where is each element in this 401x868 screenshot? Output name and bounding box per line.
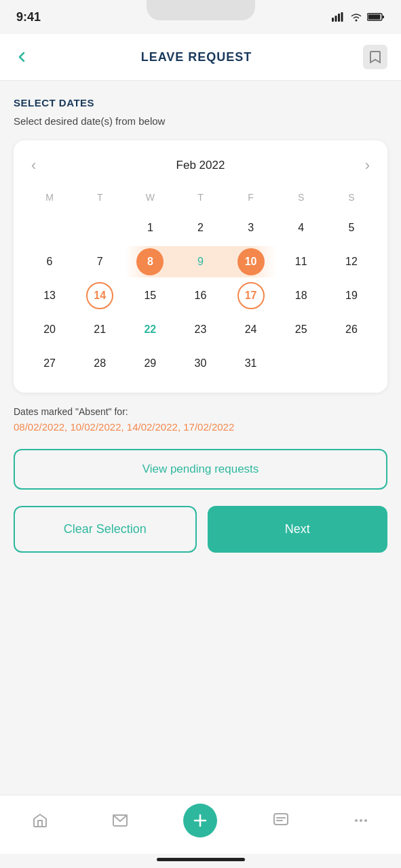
cal-day-26[interactable]: 26 [326,314,377,345]
svg-rect-3 [341,12,343,22]
svg-rect-11 [274,814,288,825]
cal-day-31[interactable]: 31 [226,348,276,379]
nav-home[interactable] [23,804,57,837]
svg-point-14 [355,819,358,822]
cal-day-11[interactable]: 11 [276,246,326,277]
clear-selection-button[interactable]: Clear Selection [14,506,197,553]
status-icons [332,12,385,22]
calendar-prev-button[interactable]: ‹ [24,154,43,177]
svg-point-4 [356,20,358,22]
signal-icon [332,12,345,22]
cal-day-29[interactable]: 29 [125,348,175,379]
header: LEAVE REQUEST [0,34,401,81]
view-pending-button[interactable]: View pending requests [14,449,387,490]
cal-day-7[interactable]: 7 [75,246,125,277]
cal-empty-1 [24,212,75,243]
day-header-tue: T [75,189,125,210]
day-header-thu: T [175,189,225,210]
cal-day-2[interactable]: 2 [175,212,225,243]
cal-day-17[interactable]: 17 [226,280,276,311]
wifi-icon [349,12,363,22]
cal-day-9[interactable]: 9 [175,246,225,277]
cal-day-23[interactable]: 23 [175,314,225,345]
calendar-month-year: Feb 2022 [176,159,225,172]
nav-plus[interactable] [183,804,217,837]
cal-day-4[interactable]: 4 [276,212,326,243]
next-button[interactable]: Next [208,506,388,553]
svg-rect-2 [338,14,340,22]
absent-label: Dates marked "Absent" for: [14,406,387,417]
calendar-header: ‹ Feb 2022 › [24,154,377,177]
svg-point-16 [364,819,367,822]
day-header-sun: S [326,189,377,210]
mail-icon [112,812,128,829]
plus-icon [191,812,209,829]
cal-day-22[interactable]: 22 [125,314,175,345]
bookmark-icon [369,50,381,64]
battery-icon [367,12,385,22]
bookmark-button[interactable] [363,45,387,69]
day-header-wed: W [125,189,175,210]
nav-mail[interactable] [103,804,137,837]
cal-day-6[interactable]: 6 [24,246,75,277]
cal-day-16[interactable]: 16 [175,280,225,311]
svg-rect-6 [383,16,385,18]
bottom-navigation [0,795,401,854]
cal-day-18[interactable]: 18 [276,280,326,311]
nav-more[interactable] [344,804,378,837]
cal-day-20[interactable]: 20 [24,314,75,345]
cal-day-3[interactable]: 3 [226,212,276,243]
section-title: SELECT DATES [14,97,387,108]
action-buttons: Clear Selection Next [14,506,387,553]
absent-section: Dates marked "Absent" for: 08/02/2022, 1… [14,406,387,433]
calendar-next-button[interactable]: › [358,154,377,177]
calendar: ‹ Feb 2022 › M T W T F S S 1 2 3 4 5 6 7 [14,140,387,393]
day-header-fri: F [226,189,276,210]
cal-empty-3 [276,348,326,379]
cal-day-5[interactable]: 5 [326,212,377,243]
cal-day-15[interactable]: 15 [125,280,175,311]
cal-day-1[interactable]: 1 [125,212,175,243]
home-indicator [157,858,245,861]
cal-empty-2 [75,212,125,243]
cal-day-25[interactable]: 25 [276,314,326,345]
calendar-grid: M T W T F S S 1 2 3 4 5 6 7 8 9 [24,189,377,379]
svg-rect-0 [332,18,334,22]
status-time: 9:41 [16,10,41,24]
cal-day-14[interactable]: 14 [75,280,125,311]
cal-day-27[interactable]: 27 [24,348,75,379]
day-header-mon: M [24,189,75,210]
section-subtitle: Select desired date(s) from below [14,115,387,127]
home-icon [32,812,48,829]
cal-day-13[interactable]: 13 [24,280,75,311]
cal-day-24[interactable]: 24 [226,314,276,345]
back-button[interactable] [14,49,30,65]
cal-day-19[interactable]: 19 [326,280,377,311]
cal-empty-4 [326,348,377,379]
more-icon [353,812,369,829]
cal-day-12[interactable]: 12 [326,246,377,277]
nav-chat[interactable] [264,804,298,837]
main-content: SELECT DATES Select desired date(s) from… [0,81,401,795]
absent-dates: 08/02/2022, 10/02/2022, 14/02/2022, 17/0… [14,421,387,433]
page-title: LEAVE REQUEST [141,50,252,64]
svg-rect-7 [368,15,381,20]
cal-day-10[interactable]: 10 [226,246,276,277]
chat-icon [273,812,289,829]
cal-day-28[interactable]: 28 [75,348,125,379]
svg-point-15 [360,819,362,822]
svg-rect-1 [335,16,337,22]
cal-day-8[interactable]: 8 [125,246,175,277]
cal-day-21[interactable]: 21 [75,314,125,345]
cal-day-30[interactable]: 30 [175,348,225,379]
day-header-sat: S [276,189,326,210]
